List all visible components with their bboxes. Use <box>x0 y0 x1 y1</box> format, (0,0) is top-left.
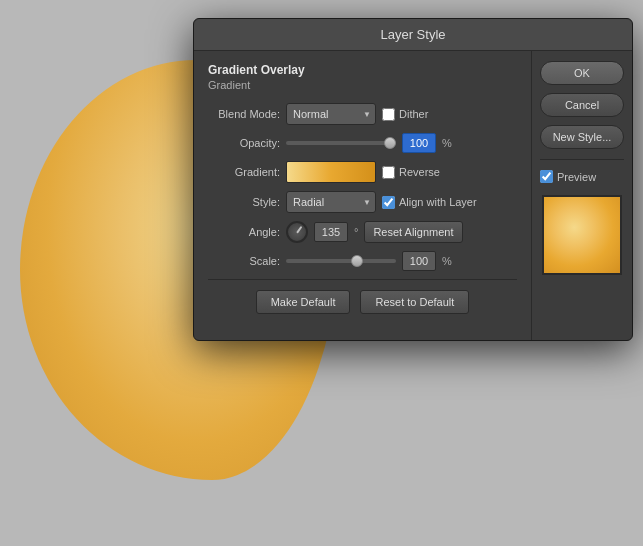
preview-checkbox-row[interactable]: Preview <box>540 170 624 183</box>
scale-slider[interactable] <box>286 259 396 263</box>
scale-slider-row: % <box>286 251 452 271</box>
align-layer-checkbox-label[interactable]: Align with Layer <box>382 196 477 209</box>
make-default-button[interactable]: Make Default <box>256 290 351 314</box>
section-title: Gradient Overlay <box>208 63 517 77</box>
gradient-preview[interactable] <box>286 161 376 183</box>
opacity-slider[interactable] <box>286 141 396 145</box>
reverse-checkbox-label[interactable]: Reverse <box>382 166 440 179</box>
blend-mode-row: Blend Mode: Normal Multiply Screen Overl… <box>208 103 517 125</box>
bottom-buttons: Make Default Reset to Default <box>208 279 517 326</box>
cancel-button[interactable]: Cancel <box>540 93 624 117</box>
opacity-slider-row: % <box>286 133 452 153</box>
left-panel: Gradient Overlay Gradient Blend Mode: No… <box>194 51 532 340</box>
section-subtitle: Gradient <box>208 79 517 91</box>
scale-value[interactable] <box>402 251 436 271</box>
divider <box>540 159 624 160</box>
preview-checkbox[interactable] <box>540 170 553 183</box>
angle-row: Angle: ° Reset Alignment <box>208 221 517 243</box>
dither-checkbox[interactable] <box>382 108 395 121</box>
gradient-label: Gradient: <box>208 166 280 178</box>
align-layer-checkbox[interactable] <box>382 196 395 209</box>
reverse-checkbox[interactable] <box>382 166 395 179</box>
reset-alignment-button[interactable]: Reset Alignment <box>364 221 462 243</box>
new-style-button[interactable]: New Style... <box>540 125 624 149</box>
blend-mode-label: Blend Mode: <box>208 108 280 120</box>
dialog-titlebar: Layer Style <box>194 19 632 51</box>
gradient-row: Gradient: Reverse <box>208 161 517 183</box>
layer-style-dialog: Layer Style Gradient Overlay Gradient Bl… <box>193 18 633 341</box>
angle-value[interactable] <box>314 222 348 242</box>
opacity-label: Opacity: <box>208 137 280 149</box>
scale-row: Scale: % <box>208 251 517 271</box>
opacity-unit: % <box>442 137 452 149</box>
dither-checkbox-label[interactable]: Dither <box>382 108 428 121</box>
reset-to-default-button[interactable]: Reset to Default <box>360 290 469 314</box>
blend-mode-wrapper[interactable]: Normal Multiply Screen Overlay <box>286 103 376 125</box>
preview-thumbnail <box>542 195 622 275</box>
preview-label: Preview <box>557 171 596 183</box>
scale-unit: % <box>442 255 452 267</box>
dialog-title: Layer Style <box>380 27 445 42</box>
reverse-label: Reverse <box>399 166 440 178</box>
dither-label: Dither <box>399 108 428 120</box>
ok-button[interactable]: OK <box>540 61 624 85</box>
opacity-value[interactable] <box>402 133 436 153</box>
align-layer-label: Align with Layer <box>399 196 477 208</box>
blend-mode-select[interactable]: Normal Multiply Screen Overlay <box>286 103 376 125</box>
angle-label: Angle: <box>208 226 280 238</box>
scale-label: Scale: <box>208 255 280 267</box>
opacity-row: Opacity: % <box>208 133 517 153</box>
angle-dial[interactable] <box>286 221 308 243</box>
style-row: Style: Linear Radial Angle Reflected Dia… <box>208 191 517 213</box>
style-select[interactable]: Linear Radial Angle Reflected Diamond <box>286 191 376 213</box>
angle-unit: ° <box>354 226 358 238</box>
right-panel: OK Cancel New Style... Preview <box>532 51 632 340</box>
style-label: Style: <box>208 196 280 208</box>
dialog-body: Gradient Overlay Gradient Blend Mode: No… <box>194 51 632 340</box>
style-select-wrapper[interactable]: Linear Radial Angle Reflected Diamond <box>286 191 376 213</box>
